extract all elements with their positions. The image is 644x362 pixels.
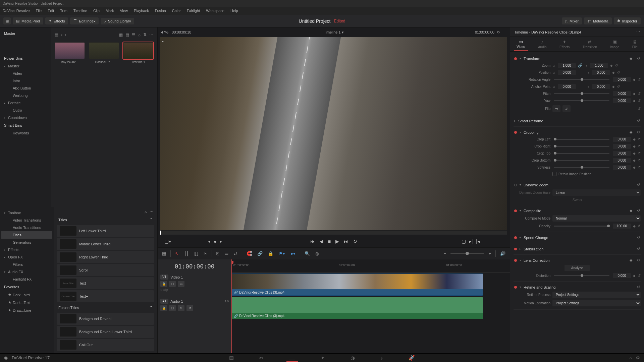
reset-icon[interactable]: ↺ <box>638 137 641 141</box>
toolbox-item[interactable]: ▾Toolbox <box>1 209 52 217</box>
dynamic-trim-icon[interactable]: ⟦⟧ <box>193 250 199 257</box>
keyframe-icon[interactable]: ◆ <box>633 166 636 169</box>
retime-header[interactable]: ▾Retime and Scaling↺ <box>514 284 641 291</box>
reset-icon[interactable]: ↺ <box>615 63 618 68</box>
collapse-icon[interactable]: ⌃ <box>150 305 153 310</box>
tab-audio[interactable]: ♪Audio <box>535 38 549 50</box>
play-icon[interactable]: ▶ <box>335 239 339 244</box>
fairlight-page-button[interactable]: ♪ <box>378 354 386 361</box>
fx-category[interactable]: Titles <box>1 231 52 239</box>
go-end-icon[interactable]: ⏭ <box>344 239 348 244</box>
track-lock-icon[interactable]: 🔒 <box>160 281 167 287</box>
sort-icon[interactable]: ⇅ <box>143 33 147 37</box>
reset-icon[interactable]: ↺ <box>637 208 640 213</box>
loop-icon[interactable]: ↻ <box>353 239 357 244</box>
menu-item[interactable]: File <box>36 9 42 13</box>
fx-category[interactable]: Fairlight FX <box>1 276 52 283</box>
retime-process-select[interactable]: Project Settings <box>552 292 641 298</box>
track-solo-icon[interactable]: S <box>178 305 184 311</box>
reset-icon[interactable]: ↺ <box>637 258 640 262</box>
track-visible-icon[interactable]: ▭ <box>178 281 184 287</box>
retain-position-checkbox[interactable] <box>552 172 556 176</box>
title-preset[interactable]: Middle Lower Third <box>57 238 154 250</box>
pos-x-value[interactable]: 0.000 <box>558 70 576 75</box>
smart-reframe-header[interactable]: ▸Smart Reframe↺ <box>514 117 641 124</box>
menu-item[interactable]: Mark <box>106 9 114 13</box>
sound-library-button[interactable]: ♪Sound Library <box>101 18 134 24</box>
tab-transition[interactable]: ⇄Transition <box>580 38 600 50</box>
selection-tool-icon[interactable]: ↖ <box>174 250 180 257</box>
audio-track-header[interactable]: A1Audio 12.0 🔒▢SM <box>158 297 231 321</box>
audio-monitor-icon[interactable]: 🔊 <box>499 250 506 257</box>
menu-item[interactable]: Fusion <box>155 9 166 13</box>
flag-icon[interactable]: ⚑▾ <box>278 250 286 257</box>
thumb-view-icon[interactable]: ▦ <box>119 33 123 37</box>
color-page-button[interactable]: ◑ <box>348 354 358 362</box>
keyframe-icon[interactable]: ◆ <box>630 258 632 262</box>
collapse-icon[interactable]: ⌃ <box>150 218 153 222</box>
transform-header[interactable]: ▾Transform◆↺ <box>514 55 641 62</box>
edit-index-button[interactable]: ☰Edit Index <box>70 17 99 24</box>
timeline-timecode[interactable]: 01:00:00:00 <box>158 259 231 273</box>
keyframe-icon[interactable]: ◆ <box>630 208 632 213</box>
playhead[interactable] <box>231 259 232 353</box>
zoom-in-icon[interactable]: + <box>487 250 492 257</box>
track-tag[interactable]: V1 <box>160 275 168 280</box>
reset-icon[interactable]: ↺ <box>638 274 641 278</box>
flip-v-button[interactable]: ⇵ <box>562 105 571 112</box>
reset-icon[interactable]: ↺ <box>637 285 640 289</box>
composite-mode-select[interactable]: Normal <box>552 215 641 222</box>
tab-file[interactable]: 🗎File <box>630 38 640 50</box>
viewer-zoom[interactable]: 47% <box>161 30 168 34</box>
crop-top-slider[interactable] <box>554 153 609 154</box>
smart-bins-header[interactable]: Smart Bins <box>1 121 49 129</box>
power-bins-header[interactable]: Power Bins <box>1 54 49 62</box>
bin-item[interactable]: Abo Button <box>1 84 49 92</box>
title-preset[interactable]: Basic TitleText <box>57 277 154 289</box>
crop-left-slider[interactable] <box>554 139 609 140</box>
motion-estimation-select[interactable]: Project Settings <box>552 300 641 306</box>
metadata-button[interactable]: 🏷Metadata <box>584 17 612 24</box>
pitch-value[interactable]: 0.000 <box>613 91 631 96</box>
overwrite-clip-icon[interactable]: ▭ <box>223 250 229 257</box>
keyframe-icon[interactable]: ◆ <box>630 130 632 134</box>
reset-icon[interactable]: ↺ <box>617 70 620 75</box>
reset-icon[interactable]: ↺ <box>638 107 641 111</box>
list-view-icon[interactable]: ☰ <box>132 33 136 37</box>
timeline-audio-clip[interactable]: 🔗DaVinci Resolve Clips (3).mp4 <box>231 297 483 319</box>
mixer-button[interactable]: ⎍Mixer <box>562 17 582 24</box>
keyframe-icon[interactable]: ◆ <box>610 64 613 67</box>
zoom-x-value[interactable]: 1.000 <box>558 63 576 68</box>
menu-item[interactable]: Trim <box>60 9 67 13</box>
expand-viewer-icon[interactable]: ▸ <box>162 39 164 44</box>
options-icon[interactable]: ⋯ <box>150 210 153 214</box>
rotation-slider[interactable] <box>554 79 609 80</box>
opacity-slider[interactable] <box>554 226 609 227</box>
tab-video[interactable]: ▭Video <box>514 38 528 51</box>
zoom-out-icon[interactable]: − <box>443 250 447 257</box>
favorite-item[interactable]: ★ Dark...hird <box>1 291 52 299</box>
strip-view-icon[interactable]: ▤ <box>125 33 129 37</box>
bin-item[interactable]: Keywords <box>1 129 49 137</box>
keyframe-icon[interactable]: ◆ <box>612 71 615 74</box>
fx-category[interactable]: Generators <box>1 239 52 246</box>
lock-icon[interactable]: 🔒 <box>267 250 274 257</box>
insert-clip-icon[interactable]: ⎘ <box>215 250 220 257</box>
softness-slider[interactable] <box>554 167 609 168</box>
track-lock-icon[interactable]: 🔒 <box>160 305 167 311</box>
search-icon[interactable]: ⌕ <box>145 210 147 214</box>
match-frame-icon[interactable]: ▢ <box>462 239 466 244</box>
dynamic-zoom-header[interactable]: ▾Dynamic Zoom↺ <box>514 181 641 188</box>
timeline-view-icon[interactable]: ▦ <box>161 250 167 257</box>
ease-select[interactable]: Linear <box>552 189 641 196</box>
nav-fwd-icon[interactable]: › <box>65 33 66 37</box>
prev-marker-icon[interactable]: ◂ <box>208 239 210 244</box>
keyframe-icon[interactable]: ◆ <box>633 152 636 155</box>
viewer-scrubber[interactable] <box>160 231 507 235</box>
reset-icon[interactable]: ↺ <box>637 130 640 134</box>
menu-item[interactable]: Edit <box>48 9 54 13</box>
flip-h-button[interactable]: ⇋ <box>552 105 560 112</box>
menu-item[interactable]: View <box>120 9 128 13</box>
nav-back-icon[interactable]: ‹ <box>61 33 62 37</box>
crop-bottom-slider[interactable] <box>554 160 609 161</box>
